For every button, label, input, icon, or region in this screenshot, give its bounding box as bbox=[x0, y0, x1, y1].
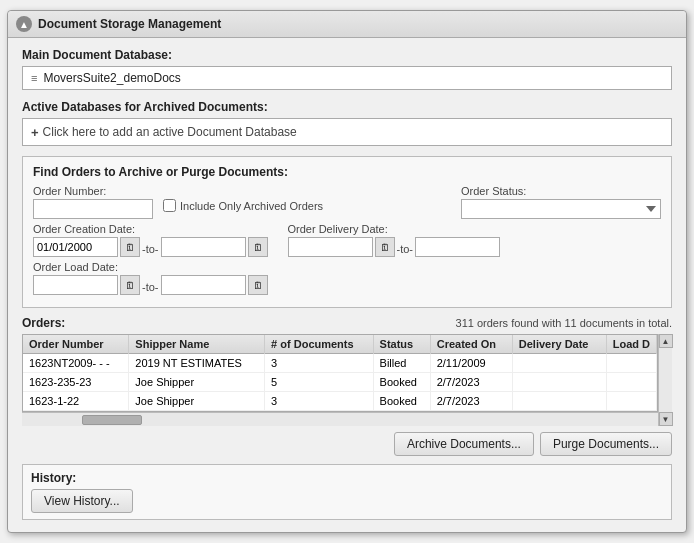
orders-count: 311 orders found with 11 documents in to… bbox=[456, 317, 672, 329]
col-delivery-date: Delivery Date bbox=[512, 335, 606, 354]
content-area: Main Document Database: ≡ MoversSuite2_d… bbox=[8, 38, 686, 532]
col-status: Status bbox=[373, 335, 430, 354]
form-row-3: Order Load Date: 🗓 -to- 🗓 bbox=[33, 261, 661, 295]
table-row[interactable]: 1623-235-23Joe Shipper5Booked2/7/2023 bbox=[23, 373, 657, 392]
col-doc-count: # of Documents bbox=[265, 335, 373, 354]
main-db-box: ≡ MoversSuite2_demoDocs bbox=[22, 66, 672, 90]
creation-to-label: -to- bbox=[142, 240, 159, 255]
include-archived-checkbox[interactable] bbox=[163, 199, 176, 212]
load-date-group: Order Load Date: 🗓 -to- 🗓 bbox=[33, 261, 268, 295]
table-cell bbox=[606, 373, 656, 392]
table-cell: 1623-235-23 bbox=[23, 373, 129, 392]
table-cell bbox=[606, 392, 656, 411]
include-archived-row: Include Only Archived Orders bbox=[163, 199, 323, 212]
creation-date-to-cal-button[interactable]: 🗓 bbox=[248, 237, 268, 257]
add-archive-db-button[interactable]: + Click here to add an active Document D… bbox=[22, 118, 672, 146]
table-cell: 2/11/2009 bbox=[430, 354, 512, 373]
order-number-group: Order Number: bbox=[33, 185, 153, 219]
table-cell: Joe Shipper bbox=[129, 392, 265, 411]
h-scroll-thumb[interactable] bbox=[82, 415, 142, 425]
add-icon: + bbox=[31, 125, 39, 140]
purge-documents-button[interactable]: Purge Documents... bbox=[540, 432, 672, 456]
table-cell: 2/7/2023 bbox=[430, 392, 512, 411]
order-status-label: Order Status: bbox=[461, 185, 661, 197]
order-number-input[interactable] bbox=[33, 199, 153, 219]
orders-table: Order Number Shipper Name # of Documents… bbox=[23, 335, 657, 411]
delivery-to-label: -to- bbox=[397, 240, 414, 255]
orders-label: Orders: bbox=[22, 316, 65, 330]
creation-date-label: Order Creation Date: bbox=[33, 223, 268, 235]
col-order-number: Order Number bbox=[23, 335, 129, 354]
load-date-to-input[interactable] bbox=[161, 275, 246, 295]
col-shipper-name: Shipper Name bbox=[129, 335, 265, 354]
table-cell bbox=[512, 354, 606, 373]
find-title: Find Orders to Archive or Purge Document… bbox=[33, 165, 661, 179]
table-cell: 5 bbox=[265, 373, 373, 392]
table-cell: 2/7/2023 bbox=[430, 373, 512, 392]
form-row-1: Order Number: Include Only Archived Orde… bbox=[33, 185, 661, 219]
table-cell bbox=[606, 354, 656, 373]
add-archive-text: Click here to add an active Document Dat… bbox=[43, 125, 297, 139]
order-number-label: Order Number: bbox=[33, 185, 153, 197]
load-date-input[interactable] bbox=[33, 275, 118, 295]
main-db-name: MoversSuite2_demoDocs bbox=[43, 71, 180, 85]
find-section: Find Orders to Archive or Purge Document… bbox=[22, 156, 672, 308]
table-cell: Billed bbox=[373, 354, 430, 373]
load-date-label: Order Load Date: bbox=[33, 261, 268, 273]
orders-table-container: Order Number Shipper Name # of Documents… bbox=[22, 334, 658, 412]
table-inner: Order Number Shipper Name # of Documents… bbox=[22, 334, 658, 426]
table-cell: 1623NT2009- - - bbox=[23, 354, 129, 373]
main-window: ▲ Document Storage Management Main Docum… bbox=[7, 10, 687, 533]
delivery-date-to-input[interactable] bbox=[415, 237, 500, 257]
table-cell: 3 bbox=[265, 354, 373, 373]
orders-header: Orders: 311 orders found with 11 documen… bbox=[22, 316, 672, 330]
table-wrapper: Order Number Shipper Name # of Documents… bbox=[22, 334, 672, 426]
table-header-row: Order Number Shipper Name # of Documents… bbox=[23, 335, 657, 354]
buttons-row: Archive Documents... Purge Documents... bbox=[22, 432, 672, 456]
scroll-up-arrow[interactable]: ▲ bbox=[659, 334, 673, 348]
creation-date-input[interactable] bbox=[33, 237, 118, 257]
delivery-date-group: Order Delivery Date: 🗓 -to- bbox=[288, 223, 501, 257]
window-collapse-icon[interactable]: ▲ bbox=[16, 16, 32, 32]
creation-date-group: Order Creation Date: 🗓 -to- 🗓 bbox=[33, 223, 268, 257]
delivery-date-label: Order Delivery Date: bbox=[288, 223, 501, 235]
creation-date-cal-button[interactable]: 🗓 bbox=[120, 237, 140, 257]
scroll-down-arrow[interactable]: ▼ bbox=[659, 412, 673, 426]
delivery-date-input[interactable] bbox=[288, 237, 373, 257]
order-status-select[interactable] bbox=[461, 199, 661, 219]
vertical-scrollbar[interactable]: ▲ ▼ bbox=[658, 334, 672, 426]
col-created-on: Created On bbox=[430, 335, 512, 354]
table-cell bbox=[512, 373, 606, 392]
table-row[interactable]: 1623NT2009- - -2019 NT ESTIMATES3Billed2… bbox=[23, 354, 657, 373]
load-to-label: -to- bbox=[142, 278, 159, 293]
load-date-to-cal-button[interactable]: 🗓 bbox=[248, 275, 268, 295]
title-bar: ▲ Document Storage Management bbox=[8, 11, 686, 38]
archive-documents-button[interactable]: Archive Documents... bbox=[394, 432, 534, 456]
table-cell: 2019 NT ESTIMATES bbox=[129, 354, 265, 373]
main-db-label: Main Document Database: bbox=[22, 48, 672, 62]
view-history-button[interactable]: View History... bbox=[31, 489, 133, 513]
table-cell: 3 bbox=[265, 392, 373, 411]
creation-date-to-input[interactable] bbox=[161, 237, 246, 257]
table-cell: 1623-1-22 bbox=[23, 392, 129, 411]
table-cell: Booked bbox=[373, 392, 430, 411]
orders-tbody: 1623NT2009- - -2019 NT ESTIMATES3Billed2… bbox=[23, 354, 657, 411]
table-cell: Joe Shipper bbox=[129, 373, 265, 392]
col-load-d: Load D bbox=[606, 335, 656, 354]
history-section: History: View History... bbox=[22, 464, 672, 520]
include-archived-label: Include Only Archived Orders bbox=[180, 200, 323, 212]
order-status-group: Order Status: bbox=[461, 185, 661, 219]
delivery-date-cal-button[interactable]: 🗓 bbox=[375, 237, 395, 257]
load-date-cal-button[interactable]: 🗓 bbox=[120, 275, 140, 295]
db-icon: ≡ bbox=[31, 72, 37, 84]
archive-db-label: Active Databases for Archived Documents: bbox=[22, 100, 672, 114]
form-row-2: Order Creation Date: 🗓 -to- 🗓 Order Deli… bbox=[33, 223, 661, 257]
table-row[interactable]: 1623-1-22Joe Shipper3Booked2/7/2023 bbox=[23, 392, 657, 411]
table-cell bbox=[512, 392, 606, 411]
orders-section: Orders: 311 orders found with 11 documen… bbox=[22, 316, 672, 426]
table-cell: Booked bbox=[373, 373, 430, 392]
window-title: Document Storage Management bbox=[38, 17, 221, 31]
history-label: History: bbox=[31, 471, 663, 485]
horizontal-scrollbar[interactable] bbox=[22, 412, 658, 426]
